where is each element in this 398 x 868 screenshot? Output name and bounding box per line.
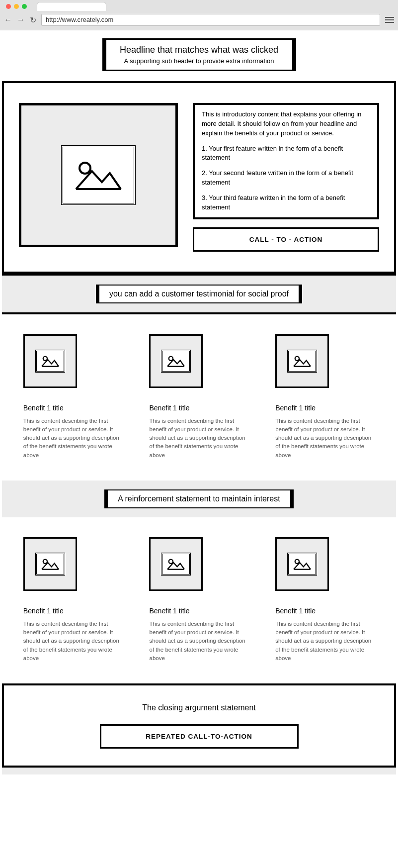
browser-tab[interactable] [37, 2, 106, 11]
feature-2: 2. Your second feature written in the fo… [202, 169, 370, 188]
testimonial-text: you can add a customer testimonial for s… [96, 285, 302, 303]
intro-copy-box: This is introductory content that explai… [193, 103, 379, 219]
benefit-body: This is content describing the first ben… [23, 417, 123, 460]
minimize-window-icon[interactable] [14, 4, 19, 9]
benefit-title: Benefit 1 title [275, 607, 375, 615]
image-icon [161, 350, 191, 373]
headline-box: Headline that matches what was clicked A… [102, 38, 296, 71]
benefits-row-2: Benefit 1 title This is content describi… [0, 517, 398, 677]
image-icon [35, 553, 65, 576]
benefit-title: Benefit 1 title [149, 607, 248, 615]
image-icon [35, 350, 65, 373]
feature-3: 3. Your third feature written in the for… [202, 193, 370, 212]
image-icon [287, 350, 317, 373]
image-icon [161, 553, 191, 576]
benefit-title: Benefit 1 title [149, 404, 248, 412]
svg-point-8 [43, 559, 47, 563]
page-headline: Headline that matches what was clicked [118, 45, 280, 55]
reload-icon[interactable]: ↻ [30, 15, 36, 25]
svg-point-10 [169, 559, 173, 563]
benefit-card: Benefit 1 title This is content describi… [275, 537, 375, 663]
benefit-title: Benefit 1 title [23, 607, 123, 615]
benefit-image-placeholder [23, 537, 77, 591]
benefit-title: Benefit 1 title [23, 404, 123, 412]
page-subheadline: A supporting sub header to provide extra… [118, 57, 280, 65]
benefit-card: Benefit 1 title This is content describi… [149, 334, 248, 460]
benefit-card: Benefit 1 title This is content describi… [23, 537, 123, 663]
secondary-cta-button[interactable]: REPEATED CALL-TO-ACTION [100, 724, 299, 749]
benefit-title: Benefit 1 title [275, 404, 375, 412]
browser-chrome: ← → ↻ http://www.creately.com [0, 0, 398, 30]
feature-1: 1. Your first feature written in the for… [202, 144, 370, 163]
benefits-row-1: Benefit 1 title This is content describi… [0, 314, 398, 475]
benefit-body: This is content describing the first ben… [275, 620, 375, 663]
benefit-card: Benefit 1 title This is content describi… [23, 334, 123, 460]
reinforcement-text: A reinforcement statement to maintain in… [104, 489, 293, 508]
benefit-body: This is content describing the first ben… [275, 417, 375, 460]
footer-strip [2, 768, 396, 774]
reinforcement-strip: A reinforcement statement to maintain in… [2, 481, 396, 517]
benefit-body: This is content describing the first ben… [149, 620, 248, 663]
close-window-icon[interactable] [6, 4, 11, 9]
svg-point-2 [43, 356, 47, 360]
intro-paragraph: This is introductory content that explai… [202, 110, 370, 138]
benefit-image-placeholder [149, 537, 203, 591]
maximize-window-icon[interactable] [22, 4, 27, 9]
svg-point-6 [295, 356, 299, 360]
benefit-body: This is content describing the first ben… [149, 417, 248, 460]
benefit-image-placeholder [149, 334, 203, 388]
image-icon [287, 553, 317, 576]
svg-point-4 [169, 356, 173, 360]
forward-icon[interactable]: → [17, 15, 25, 24]
benefit-body: This is content describing the first ben… [23, 620, 123, 663]
hero-section: This is introductory content that explai… [2, 81, 396, 274]
svg-point-0 [80, 163, 90, 174]
benefit-card: Benefit 1 title This is content describi… [149, 537, 248, 663]
back-icon[interactable]: ← [4, 15, 12, 24]
address-bar[interactable]: http://www.creately.com [41, 14, 380, 26]
hero-image-placeholder [19, 103, 178, 247]
benefit-card: Benefit 1 title This is content describi… [275, 334, 375, 460]
closing-section: The closing argument statement REPEATED … [2, 683, 396, 768]
window-controls [6, 4, 27, 9]
svg-point-12 [295, 559, 299, 563]
primary-cta-button[interactable]: CALL - TO - ACTION [193, 227, 379, 252]
benefit-image-placeholder [275, 537, 329, 591]
benefit-image-placeholder [275, 334, 329, 388]
benefit-image-placeholder [23, 334, 77, 388]
closing-statement: The closing argument statement [4, 703, 394, 712]
image-icon [61, 145, 136, 205]
testimonial-strip: you can add a customer testimonial for s… [2, 274, 396, 314]
menu-icon[interactable] [385, 17, 394, 23]
